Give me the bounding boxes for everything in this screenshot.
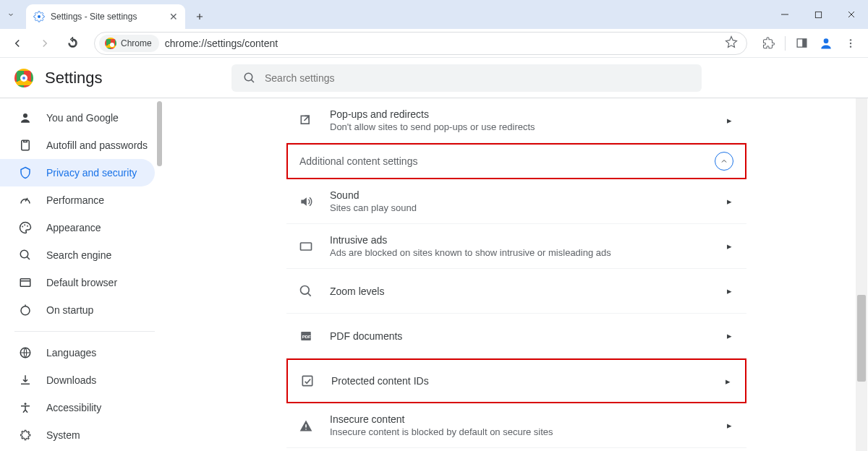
row-title: Pop-ups and redirects: [330, 108, 727, 120]
row-subtitle: Sites can play sound: [330, 202, 727, 213]
svg-point-16: [21, 306, 30, 315]
chevron-right-icon: ▸: [727, 420, 732, 431]
close-window-button[interactable]: [835, 0, 868, 29]
sidebar-item-appearance[interactable]: Appearance: [0, 214, 155, 241]
row-title: Protected content IDs: [331, 375, 726, 387]
svg-point-11: [22, 226, 23, 228]
sidebar-item-downloads[interactable]: Downloads: [0, 366, 155, 394]
browser-tab[interactable]: Settings - Site settings ✕: [26, 4, 185, 29]
sidebar-item-label: Autofill and passwords: [46, 139, 148, 151]
row-title: Insecure content: [330, 413, 727, 425]
row-protected-content-ids[interactable]: Protected content IDs ▸: [286, 358, 746, 403]
sidebar-scrollbar[interactable]: [157, 101, 162, 166]
settings-header: Settings: [0, 58, 868, 98]
popup-icon: [298, 113, 314, 129]
sidebar-item-label: Default browser: [46, 277, 117, 288]
sidebar-item-label: You and Google: [46, 112, 119, 124]
sidebar-item-performance[interactable]: Performance: [0, 186, 155, 214]
row-pdf-documents[interactable]: PDF PDF documents ▸: [286, 314, 746, 358]
settings-content: Pop-ups and redirects Don't allow sites …: [165, 98, 868, 451]
side-panel-button[interactable]: [790, 32, 813, 55]
minimize-button[interactable]: [768, 0, 801, 29]
chevron-right-icon: ▸: [726, 376, 731, 387]
address-bar[interactable]: Chrome chrome://settings/content: [94, 32, 747, 55]
sidebar-item-autofill[interactable]: Autofill and passwords: [0, 132, 155, 159]
sidebar-item-you-and-google[interactable]: You and Google: [0, 104, 155, 132]
chevron-right-icon: ▸: [727, 285, 732, 296]
svg-point-0: [38, 15, 41, 18]
svg-rect-20: [301, 243, 312, 250]
sidebar-item-label: Performance: [46, 194, 104, 206]
collapse-button[interactable]: [715, 152, 733, 171]
svg-point-14: [20, 250, 28, 258]
row-intrusive-ads[interactable]: Intrusive ads Ads are blocked on sites k…: [286, 224, 746, 269]
chrome-icon: [105, 38, 116, 49]
svg-rect-1: [815, 12, 821, 17]
chevron-up-icon: [720, 157, 728, 166]
row-title: Intrusive ads: [330, 234, 727, 246]
sidebar-item-search-engine[interactable]: Search engine: [0, 241, 155, 269]
close-tab-button[interactable]: ✕: [169, 11, 178, 22]
svg-point-25: [305, 429, 307, 430]
new-tab-button[interactable]: [190, 7, 210, 27]
sidebar-item-languages[interactable]: Languages: [0, 339, 155, 366]
svg-text:PDF: PDF: [302, 335, 311, 339]
sidebar-item-on-startup[interactable]: On startup: [0, 296, 155, 324]
search-settings-box[interactable]: [231, 64, 702, 92]
back-button[interactable]: [6, 32, 29, 55]
sidebar-item-label: Privacy and security: [46, 167, 137, 179]
sidebar-item-label: Search engine: [46, 249, 111, 261]
site-chip[interactable]: Chrome: [99, 35, 159, 52]
svg-point-8: [244, 73, 252, 81]
svg-point-21: [301, 285, 310, 294]
window-controls: [768, 0, 868, 29]
svg-point-18: [25, 403, 27, 405]
sidebar-item-system[interactable]: System: [0, 421, 155, 449]
forward-button[interactable]: [33, 32, 56, 55]
browser-titlebar: Settings - Site settings ✕: [0, 0, 868, 29]
row-sound[interactable]: Sound Sites can play sound ▸: [286, 179, 746, 224]
row-third-party-signin[interactable]: Third-party sign-in: [286, 448, 746, 451]
svg-point-7: [850, 46, 851, 47]
url-text: chrome://settings/content: [165, 38, 719, 49]
settings-sidebar: You and Google Autofill and passwords Pr…: [0, 98, 165, 451]
main-scrollbar-thumb[interactable]: [857, 295, 866, 382]
main-scrollbar-track[interactable]: [856, 98, 867, 451]
row-zoom-levels[interactable]: Zoom levels ▸: [286, 269, 746, 314]
sidebar-separator: [14, 331, 155, 332]
sidebar-item-label: Languages: [46, 347, 96, 358]
search-icon: [243, 72, 256, 85]
svg-rect-3: [802, 39, 807, 47]
sidebar-item-label: Accessibility: [46, 402, 101, 413]
svg-point-5: [850, 39, 851, 40]
browser-toolbar: Chrome chrome://settings/content: [0, 29, 868, 58]
row-subtitle: Don't allow sites to send pop-ups or use…: [330, 121, 727, 132]
svg-rect-24: [302, 376, 312, 385]
svg-point-6: [850, 42, 851, 43]
row-insecure-content[interactable]: Insecure content Insecure content is blo…: [286, 403, 746, 448]
svg-point-12: [24, 224, 25, 226]
page-title: Settings: [45, 69, 103, 87]
bookmark-star-icon[interactable]: [725, 35, 738, 51]
sidebar-item-privacy[interactable]: Privacy and security: [0, 159, 155, 186]
sidebar-item-default-browser[interactable]: Default browser: [0, 269, 155, 296]
maximize-button[interactable]: [801, 0, 835, 29]
svg-point-13: [27, 226, 28, 227]
svg-rect-15: [20, 279, 30, 287]
site-chip-label: Chrome: [121, 38, 152, 48]
tab-title: Settings - Site settings: [51, 12, 137, 22]
sidebar-item-accessibility[interactable]: Accessibility: [0, 394, 155, 421]
chrome-logo-icon: [14, 69, 33, 87]
search-settings-input[interactable]: [265, 72, 690, 84]
protected-content-icon: [299, 373, 315, 389]
profile-button[interactable]: [814, 32, 838, 55]
reload-button[interactable]: [61, 32, 84, 55]
extensions-button[interactable]: [757, 32, 780, 55]
warning-icon: [298, 418, 314, 434]
row-popups-redirects[interactable]: Pop-ups and redirects Don't allow sites …: [286, 98, 746, 143]
gear-icon: [33, 11, 45, 22]
additional-content-settings-header[interactable]: Additional content settings: [286, 143, 746, 179]
tabs-dropdown-button[interactable]: [0, 0, 22, 29]
menu-button[interactable]: [839, 32, 862, 55]
row-subtitle: Ads are blocked on sites known to show i…: [330, 247, 727, 258]
